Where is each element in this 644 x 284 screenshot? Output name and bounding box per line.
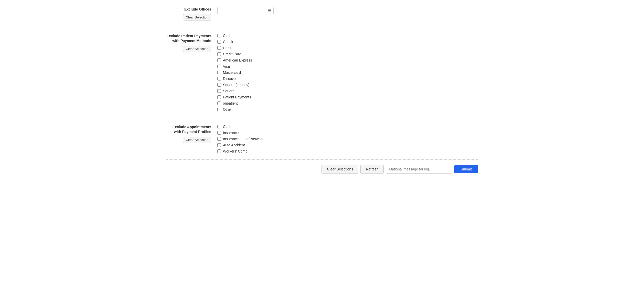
- label-american-express[interactable]: American Express: [223, 58, 252, 62]
- exclude-patient-payments-section: Exclude Patient Payments with Payment Me…: [166, 27, 478, 118]
- checkbox-pp-insurance-out-of-network[interactable]: [217, 137, 221, 141]
- list-item: Patient Payments: [217, 95, 478, 99]
- label-pp-insurance[interactable]: Insurance: [223, 131, 239, 135]
- exclude-patient-payments-label: Exclude Patient Payments with Payment Me…: [166, 34, 211, 44]
- label-patient-payments[interactable]: Patient Payments: [223, 95, 251, 99]
- list-item: Check: [217, 40, 478, 44]
- label-pp-insurance-out-of-network[interactable]: Insurance Out of Network: [223, 137, 264, 141]
- exclude-patient-payments-clear-btn[interactable]: Clear Selection: [183, 46, 211, 52]
- clear-selections-button[interactable]: Clear Selections: [321, 165, 358, 174]
- footer-bar: Clear Selections Refresh Submit: [166, 160, 478, 179]
- exclude-appointments-section: Exclude Appointments with Payment Profil…: [166, 118, 478, 160]
- exclude-appointments-content: Cash Insurance Insurance Out of Network …: [217, 124, 478, 153]
- log-message-input[interactable]: [386, 165, 452, 174]
- exclude-appointments-label: Exclude Appointments with Payment Profil…: [166, 125, 211, 135]
- checkbox-credit-card[interactable]: [217, 52, 221, 56]
- label-square[interactable]: Square: [223, 89, 234, 93]
- submit-button[interactable]: Submit: [454, 165, 478, 173]
- checkbox-patient-payments[interactable]: [217, 95, 221, 99]
- checkbox-pp-auto-accident[interactable]: [217, 143, 221, 147]
- label-debit[interactable]: Debit: [223, 46, 231, 50]
- list-item: Insurance Out of Network: [217, 137, 478, 141]
- exclude-offices-content: ☰: [217, 6, 478, 14]
- checkbox-mastercard[interactable]: [217, 71, 221, 74]
- exclude-appointments-clear-btn[interactable]: Clear Selection: [183, 137, 211, 143]
- label-cash[interactable]: Cash: [223, 34, 231, 38]
- label-pp-auto-accident[interactable]: Auto Accident: [223, 143, 245, 147]
- list-item: Cash: [217, 34, 478, 38]
- exclude-patient-payments-label-container: Exclude Patient Payments with Payment Me…: [166, 33, 217, 52]
- checkbox-pp-insurance[interactable]: [217, 131, 221, 135]
- exclude-offices-input-wrapper: ☰: [217, 7, 274, 14]
- list-item: Mastercard: [217, 70, 478, 75]
- checkbox-check[interactable]: [217, 40, 221, 44]
- list-item: Visa: [217, 64, 478, 68]
- exclude-offices-label: Exclude Offices: [166, 7, 211, 12]
- list-item: Debit: [217, 46, 478, 50]
- exclude-patient-payments-content: Cash Check Debit Credit Card American Ex…: [217, 33, 478, 111]
- checkbox-pp-cash[interactable]: [217, 125, 221, 128]
- list-item: Auto Accident: [217, 143, 478, 147]
- label-mastercard[interactable]: Mastercard: [223, 70, 241, 75]
- list-item: Square (Legacy): [217, 83, 478, 87]
- checkbox-other[interactable]: [217, 108, 221, 111]
- label-other[interactable]: Other: [223, 107, 232, 111]
- exclude-offices-section: Exclude Offices Clear Selection ☰: [166, 0, 478, 27]
- exclude-offices-label-container: Exclude Offices Clear Selection: [166, 6, 217, 21]
- checkbox-american-express[interactable]: [217, 58, 221, 62]
- payment-methods-list: Cash Check Debit Credit Card American Ex…: [217, 34, 478, 111]
- exclude-offices-input[interactable]: [220, 9, 267, 13]
- list-item: Insurance: [217, 131, 478, 135]
- checkbox-onpatient[interactable]: [217, 102, 221, 105]
- checkbox-debit[interactable]: [217, 46, 221, 50]
- list-item: Other: [217, 107, 478, 111]
- label-discover[interactable]: Discover: [223, 77, 237, 81]
- label-credit-card[interactable]: Credit Card: [223, 52, 241, 56]
- label-onpatient[interactable]: onpatient: [223, 101, 238, 105]
- checkbox-cash[interactable]: [217, 34, 221, 37]
- payment-profiles-list: Cash Insurance Insurance Out of Network …: [217, 125, 478, 153]
- label-check[interactable]: Check: [223, 40, 233, 44]
- list-item: Square: [217, 89, 478, 93]
- checkbox-discover[interactable]: [217, 77, 221, 80]
- checkbox-pp-workers-comp[interactable]: [217, 149, 221, 153]
- label-pp-cash[interactable]: Cash: [223, 125, 231, 129]
- label-visa[interactable]: Visa: [223, 64, 230, 68]
- list-item: American Express: [217, 58, 478, 62]
- list-item: Workers' Comp: [217, 149, 478, 153]
- checkbox-square[interactable]: [217, 89, 221, 93]
- list-item: Cash: [217, 125, 478, 129]
- refresh-button[interactable]: Refresh: [360, 165, 384, 174]
- exclude-appointments-label-container: Exclude Appointments with Payment Profil…: [166, 124, 217, 143]
- exclude-offices-clear-btn[interactable]: Clear Selection: [183, 14, 211, 21]
- label-pp-workers-comp[interactable]: Workers' Comp: [223, 149, 248, 153]
- label-square-legacy[interactable]: Square (Legacy): [223, 83, 250, 87]
- checkbox-square-legacy[interactable]: [217, 83, 221, 87]
- list-item: Discover: [217, 77, 478, 81]
- offices-input-icon: ☰: [268, 8, 271, 13]
- checkbox-visa[interactable]: [217, 65, 221, 68]
- list-item: onpatient: [217, 101, 478, 105]
- list-item: Credit Card: [217, 52, 478, 56]
